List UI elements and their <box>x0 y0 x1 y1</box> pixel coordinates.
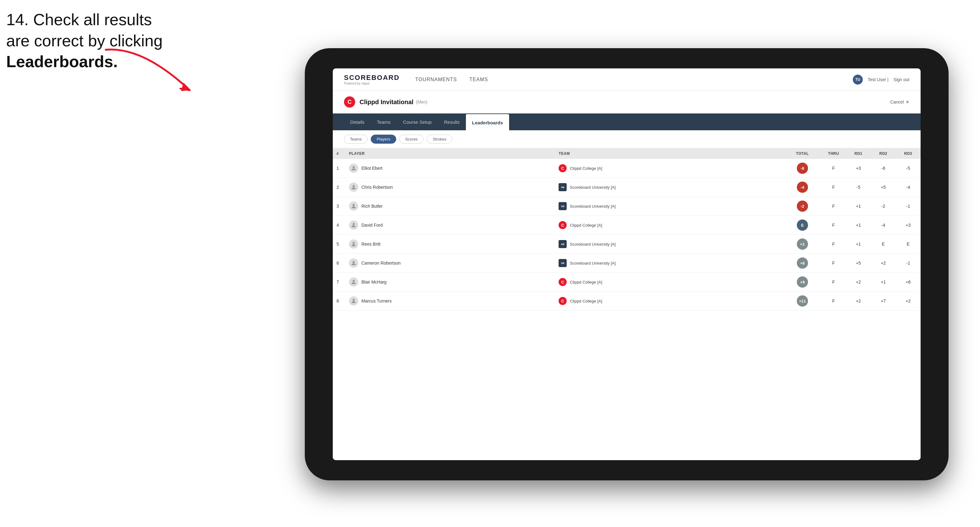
rd1-cell: +3 <box>846 159 871 178</box>
svg-point-1 <box>353 166 355 168</box>
player-name: David Ford <box>361 222 383 228</box>
col-player: PLAYER <box>345 148 555 159</box>
team-logo: SB <box>558 202 567 210</box>
col-rd1: RD1 <box>846 148 871 159</box>
team-cell: SB Scoreboard University [A] <box>555 235 784 254</box>
thru-cell: F <box>821 197 846 216</box>
rd3-cell: -1 <box>896 197 921 216</box>
filter-players[interactable]: Players <box>371 135 396 144</box>
tournament-logo: C <box>344 96 355 108</box>
rd3-cell: E <box>896 235 921 254</box>
rd3-cell: -1 <box>896 254 921 273</box>
player-cell: Rich Butler <box>345 197 555 216</box>
nav-teams[interactable]: TEAMS <box>469 76 488 84</box>
table-row: 2 Chris Robertson SB Scoreboard Universi… <box>333 178 921 197</box>
thru-cell: F <box>821 292 846 311</box>
team-name: Clippd College [A] <box>570 280 602 284</box>
tab-teams[interactable]: Teams <box>371 113 397 130</box>
total-cell: +9 <box>784 273 821 292</box>
rd2-cell: -6 <box>871 159 896 178</box>
team-logo: SB <box>558 240 567 248</box>
rd3-cell: +2 <box>896 292 921 311</box>
rank-cell: 3 <box>333 197 345 216</box>
player-avatar <box>349 202 358 211</box>
logo-sub: Powered by clippd <box>344 82 400 85</box>
filter-strokes[interactable]: Strokes <box>427 135 452 144</box>
svg-point-4 <box>353 223 355 225</box>
rd2-cell: -4 <box>871 216 896 235</box>
tab-course-setup[interactable]: Course Setup <box>397 113 438 130</box>
table-row: 4 David Ford C Clippd College [A] EF+1-4… <box>333 216 921 235</box>
rd1-cell: +1 <box>846 197 871 216</box>
player-name: Rich Butler <box>361 204 383 209</box>
score-badge: -4 <box>797 182 808 193</box>
player-cell: Blair McHarg <box>345 273 555 292</box>
score-badge: -8 <box>797 163 808 174</box>
nav-bar: SCOREBOARD Powered by clippd TOURNAMENTS… <box>333 68 921 91</box>
table-row: 7 Blair McHarg C Clippd College [A] +9F+… <box>333 273 921 292</box>
thru-cell: F <box>821 178 846 197</box>
col-rank: # <box>333 148 345 159</box>
score-badge: +9 <box>797 276 808 287</box>
rd2-cell: +2 <box>871 254 896 273</box>
total-cell: +6 <box>784 254 821 273</box>
team-cell: SB Scoreboard University [A] <box>555 197 784 216</box>
player-cell: Chris Robertson <box>345 178 555 197</box>
nav-links: TOURNAMENTS TEAMS <box>415 76 853 84</box>
logo-area: SCOREBOARD Powered by clippd <box>344 74 400 85</box>
player-avatar <box>349 296 358 306</box>
tab-leaderboards[interactable]: Leaderboards <box>466 114 509 131</box>
player-avatar <box>349 163 358 173</box>
total-cell: -4 <box>784 178 821 197</box>
tablet-frame: SCOREBOARD Powered by clippd TOURNAMENTS… <box>305 48 948 480</box>
tab-results[interactable]: Results <box>438 113 466 130</box>
table-row: 3 Rich Butler SB Scoreboard University [… <box>333 197 921 216</box>
player-name: Rees Britt <box>361 241 380 246</box>
player-cell: David Ford <box>345 216 555 235</box>
col-thru: THRU <box>821 148 846 159</box>
tab-details[interactable]: Details <box>344 113 371 130</box>
team-name: Clippd College [A] <box>570 299 602 303</box>
thru-cell: F <box>821 273 846 292</box>
rd2-cell: +7 <box>871 292 896 311</box>
svg-point-2 <box>353 185 355 187</box>
leaderboard-table: # PLAYER TEAM TOTAL THRU RD1 RD2 RD3 1 E… <box>333 148 921 311</box>
svg-point-5 <box>353 242 355 244</box>
svg-point-3 <box>353 204 355 206</box>
team-name: Scoreboard University [A] <box>570 242 616 246</box>
col-team: TEAM <box>555 148 784 159</box>
nav-right: TU Test User | Sign out <box>853 75 909 84</box>
filter-teams[interactable]: Teams <box>344 135 368 144</box>
player-avatar <box>349 221 358 230</box>
col-total: TOTAL <box>784 148 821 159</box>
score-badge: -2 <box>797 200 808 212</box>
tournament-header: C Clippd Invitational (Men) Cancel ✕ <box>333 91 921 113</box>
rank-cell: 2 <box>333 178 345 197</box>
nav-tournaments[interactable]: TOURNAMENTS <box>415 76 457 84</box>
table-header: # PLAYER TEAM TOTAL THRU RD1 RD2 RD3 <box>333 148 921 159</box>
rd1-cell: +5 <box>846 254 871 273</box>
player-avatar <box>349 240 358 249</box>
arrow-indicator <box>81 40 267 149</box>
page-content: C Clippd Invitational (Men) Cancel ✕ Det… <box>333 91 921 460</box>
cancel-button[interactable]: Cancel ✕ <box>890 100 909 105</box>
team-name: Clippd College [A] <box>570 223 602 228</box>
rank-cell: 6 <box>333 254 345 273</box>
total-cell: -2 <box>784 197 821 216</box>
total-cell: +11 <box>784 292 821 311</box>
sign-out-link[interactable]: Sign out <box>894 77 909 82</box>
score-badge: E <box>797 219 808 231</box>
rd1-cell: +1 <box>846 216 871 235</box>
player-avatar <box>349 183 358 192</box>
rd1-cell: -5 <box>846 178 871 197</box>
filter-scores[interactable]: Scores <box>399 135 423 144</box>
rd2-cell: +1 <box>871 273 896 292</box>
score-badge: +1 <box>797 238 808 250</box>
rd2-cell: -2 <box>871 197 896 216</box>
rd3-cell: -5 <box>896 159 921 178</box>
table-row: 8 Marcus Turners C Clippd College [A] +1… <box>333 292 921 311</box>
tournament-type: (Men) <box>416 100 427 105</box>
user-avatar: TU <box>853 75 863 84</box>
score-badge: +11 <box>797 295 808 306</box>
team-logo: C <box>558 297 567 305</box>
